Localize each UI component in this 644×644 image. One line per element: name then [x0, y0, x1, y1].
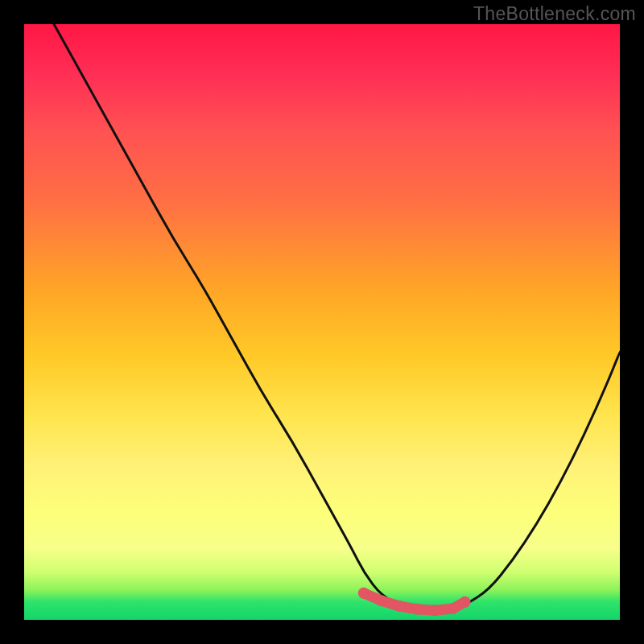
optimal-point-marker: [411, 604, 423, 615]
optimal-point-marker: [358, 588, 369, 599]
optimal-point-marker: [430, 605, 441, 616]
optimal-point-marker: [448, 603, 459, 614]
chart-frame: TheBottleneck.com: [0, 0, 644, 644]
bottleneck-curve: [54, 24, 620, 612]
optimal-point-marker: [394, 601, 405, 612]
plot-area: [24, 24, 620, 620]
optimal-point-marker: [460, 597, 471, 608]
optimal-range-markers: [358, 588, 471, 617]
optimal-point-marker: [376, 595, 387, 606]
curve-layer: [24, 24, 620, 620]
optimal-range-line: [364, 593, 465, 611]
watermark-text: TheBottleneck.com: [473, 3, 636, 25]
